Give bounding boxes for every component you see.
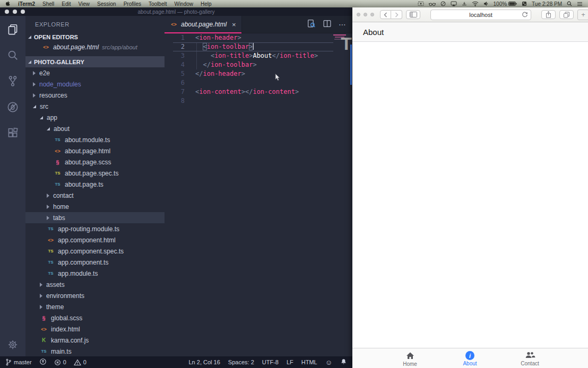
wifi-icon[interactable] [472,1,479,6]
minimize-window-button[interactable] [364,13,367,16]
spotlight-search-icon[interactable] [567,1,572,6]
tree-item-node-modules[interactable]: node_modules [25,78,165,90]
tree-item-about-page-scss[interactable]: §about.page.scss [25,156,165,168]
editor-tab-about-page-html[interactable]: <> about.page.html × [165,16,242,33]
code-line-2[interactable]: 2 <ion-toolbar> [165,42,352,51]
airplay-icon[interactable] [451,1,457,6]
tree-item-assets[interactable]: assets [25,279,165,290]
tree-item-karma-conf-js[interactable]: Kkarma.conf.js [25,335,165,346]
close-tab-icon[interactable]: × [232,21,236,29]
apple-menu-icon[interactable] [5,1,11,7]
indentation-status[interactable]: Spaces: 2 [228,359,254,365]
address-bar[interactable]: localhost [430,10,531,20]
tree-item-app-component-ts[interactable]: TSapp.component.ts [25,257,165,268]
tree-item-src[interactable]: src [25,101,165,112]
code-editor[interactable]: T 1<ion-header>2 <ion-toolbar>3 <ion-tit… [165,33,352,356]
notifications-bell-icon[interactable] [340,358,347,366]
zoom-window-button[interactable] [370,13,374,16]
search-icon[interactable] [7,49,19,61]
screen-capture-icon[interactable] [418,1,424,6]
errors-status[interactable]: 0 [54,359,66,366]
ionic-tab-about[interactable]: iAbout [440,348,500,368]
ionic-tab-contact[interactable]: Contact [500,348,560,368]
project-section-header[interactable]: PHOTO-GALLERY [25,56,165,67]
gear-icon[interactable] [7,339,18,350]
tree-item-environments[interactable]: environments [25,290,165,301]
tree-item-e2e[interactable]: e2e [25,67,165,78]
reload-icon[interactable] [522,11,528,19]
debug-disabled-icon[interactable] [7,101,19,113]
tree-item-tabs[interactable]: tabs [25,212,165,223]
menu-item-view[interactable]: View [79,1,90,7]
tree-item-about-page-html[interactable]: <>about.page.html [25,145,165,156]
menu-item-app[interactable]: iTerm2 [18,1,35,7]
eol-status[interactable]: LF [287,359,293,365]
tree-item-contact[interactable]: contact [25,190,165,201]
menu-item-profiles[interactable]: Profiles [124,1,141,7]
back-button[interactable] [380,10,391,19]
tree-item-app-component-spec-ts[interactable]: TSapp.component.spec.ts [25,246,165,257]
code-line-4[interactable]: 4 </ion-toolbar> [165,60,352,69]
editor-group: <> about.page.html × ⋯ T [165,16,352,356]
tree-item-app-routing-module-ts[interactable]: TSapp-routing.module.ts [25,223,165,234]
notification-center-icon[interactable] [577,2,583,6]
tree-item-app-component-html[interactable]: <>app.component.html [25,234,165,246]
menu-item-window[interactable]: Window [174,1,193,7]
encoding-status[interactable]: UTF-8 [262,359,279,365]
tree-item-about-module-ts[interactable]: TSabout.module.ts [25,134,165,145]
extensions-icon[interactable] [7,127,19,139]
volume-icon[interactable] [483,1,489,6]
tab-overview-icon[interactable] [559,10,574,19]
menu-item-session[interactable]: Session [97,1,116,7]
keyboard-icon[interactable] [462,2,467,6]
tree-item-home[interactable]: home [25,201,165,212]
new-tab-button[interactable]: + [577,10,588,20]
tree-item-app[interactable]: app [25,112,165,123]
code-line-3[interactable]: 3 <ion-title>About</ion-title> [165,51,352,60]
git-branch-status[interactable]: master [5,358,32,366]
split-editor-icon[interactable] [323,19,332,30]
feedback-smiley-icon[interactable]: ☺ [325,358,332,366]
code-line-6[interactable]: 6 [165,78,352,87]
menu-clock[interactable]: Tue 2:28 PM [532,1,562,7]
sync-icon[interactable] [39,358,47,366]
tree-item-index-html[interactable]: <>index.html [25,323,165,335]
warnings-status[interactable]: 0 [74,359,87,366]
menu-item-shell[interactable]: Shell [42,1,54,7]
tree-item-about-page-ts[interactable]: TSabout.page.ts [25,179,165,190]
menu-item-edit[interactable]: Edit [62,1,71,7]
cursor-position-status[interactable]: Ln 2, Col 16 [189,359,220,365]
glasses-icon[interactable] [429,2,436,6]
code-line-1[interactable]: 1<ion-header> [165,33,352,42]
tree-item-resources[interactable]: resources [25,90,165,101]
code-line-8[interactable]: 8 [165,97,352,106]
tree-item-theme[interactable]: theme [25,301,165,312]
language-mode-status[interactable]: HTML [301,359,317,365]
share-icon[interactable] [541,10,556,19]
tree-item-about-page-spec-ts[interactable]: TSabout.page.spec.ts [25,168,165,179]
code-line-5[interactable]: 5</ion-header> [165,69,352,78]
vscode-status-bar: master 0 0 Ln 2, Col 16 Spaces: 2 UTF-8 … [0,356,352,368]
tree-item-main-ts[interactable]: TSmain.ts [25,346,165,356]
do-not-disturb-icon[interactable] [440,1,446,6]
more-actions-icon[interactable]: ⋯ [339,22,346,27]
forward-button[interactable] [391,10,402,19]
menu-item-help[interactable]: Help [201,1,212,7]
explorer-title: EXPLORER [25,16,165,32]
input-source-icon[interactable] [522,1,527,6]
tree-item-global-scss[interactable]: §global.scss [25,312,165,323]
explorer-icon[interactable] [7,23,19,35]
open-editor-item[interactable]: <> about.page.html src/app/about [25,42,165,52]
sidebar-toggle-icon[interactable] [406,10,420,19]
tree-item-app-module-ts[interactable]: TSapp.module.ts [25,268,165,279]
ionic-tab-home[interactable]: Home [380,348,440,368]
source-control-icon[interactable] [7,75,19,87]
tree-item-about[interactable]: about [25,123,165,134]
menu-item-toolbelt[interactable]: Toolbelt [149,1,167,7]
code-line-7[interactable]: 7<ion-content></ion-content> [165,87,352,97]
error-icon [54,359,61,366]
open-editors-section-header[interactable]: OPEN EDITORS [25,32,165,42]
open-preview-icon[interactable] [307,19,316,30]
battery-icon[interactable] [508,2,517,6]
close-window-button[interactable] [357,13,360,16]
